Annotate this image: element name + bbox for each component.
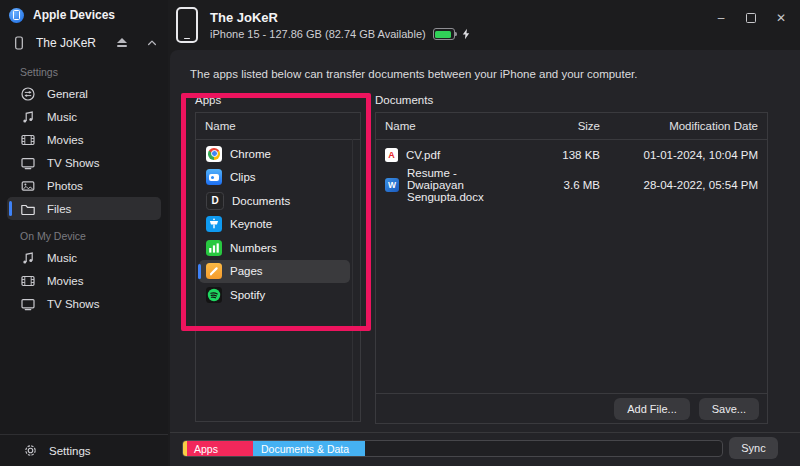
sidebar-item-movies[interactable]: Movies [7, 128, 161, 151]
chevron-up-icon[interactable] [146, 37, 158, 49]
tv-icon [20, 296, 36, 312]
device-name: The JoKeR [36, 36, 107, 50]
gear-icon [22, 443, 38, 459]
document-row-cv-pdf[interactable]: A CV.pdf 138 KB 01-01-2024, 10:04 PM [376, 140, 767, 170]
save-button[interactable]: Save... [699, 398, 759, 420]
spotify-app-icon [206, 287, 222, 303]
app-name: Pages [230, 265, 263, 277]
sidebar-item-label: Music [47, 252, 77, 264]
app-row-documents[interactable]: D Documents [199, 189, 350, 213]
sidebar-section-settings: Settings [0, 56, 168, 82]
sidebar-item-music[interactable]: Music [7, 105, 161, 128]
apps-column-header: Name [196, 113, 360, 140]
column-size: Size [515, 120, 600, 132]
file-name: CV.pdf [406, 149, 440, 161]
file-modified: 28-04-2022, 05:54 PM [600, 179, 767, 191]
maximize-icon [746, 13, 756, 23]
clips-app-icon [206, 169, 222, 185]
file-size: 3.6 MB [515, 179, 600, 191]
device-header: The JoKeR iPhone 15 - 127.86 GB (82.74 G… [176, 7, 470, 43]
charging-bolt-icon [462, 28, 470, 40]
sidebar-item-label: Files [47, 203, 71, 215]
window-controls: – ✕ [706, 8, 796, 28]
device-info-text: iPhone 15 - 127.86 GB (82.74 GB Availabl… [210, 28, 426, 40]
documents-app-icon: D [206, 192, 224, 210]
add-file-button[interactable]: Add File... [614, 398, 690, 420]
app-name: Spotify [230, 289, 265, 301]
app-title: Apple Devices [33, 8, 115, 22]
music-icon [20, 109, 36, 125]
sidebar-item-photos[interactable]: Photos [7, 174, 161, 197]
sidebar-item-label: Music [47, 111, 77, 123]
app-row-keynote[interactable]: Keynote [199, 213, 350, 237]
photos-icon [20, 178, 36, 194]
general-icon [20, 86, 36, 102]
sidebar-item-label: General [47, 88, 88, 100]
app-name: Chrome [230, 148, 271, 160]
column-modification-date: Modification Date [600, 120, 767, 132]
documents-footer: Add File... Save... [376, 393, 767, 423]
folder-icon [20, 201, 36, 217]
app-row-chrome[interactable]: Chrome [199, 142, 350, 166]
app-row-pages[interactable]: Pages [199, 260, 350, 284]
sidebar-item-device-tv-shows[interactable]: TV Shows [7, 292, 161, 315]
sidebar-item-label: TV Shows [47, 298, 99, 310]
battery-icon [433, 28, 455, 40]
device-selector[interactable]: The JoKeR [0, 30, 168, 56]
file-size: 138 KB [515, 149, 600, 161]
chrome-app-icon [206, 146, 222, 162]
documents-table: Name Size Modification Date A CV.pdf 138… [375, 112, 768, 424]
column-name: Name [376, 120, 515, 132]
storage-segment-apps: Apps [187, 441, 253, 456]
sidebar-item-label: Movies [47, 275, 83, 287]
documents-header-row: Name Size Modification Date [376, 113, 767, 140]
storage-usage-bar: Apps Documents & Data [182, 440, 723, 457]
close-button[interactable]: ✕ [766, 8, 796, 28]
bottom-divider [170, 432, 800, 433]
keynote-app-icon [206, 216, 222, 232]
description-text: The apps listed below can transfer docum… [190, 68, 637, 80]
apps-list: Name Chrome Clips D Documents [195, 112, 361, 422]
sidebar-item-label: Photos [47, 180, 83, 192]
maximize-button[interactable] [736, 8, 766, 28]
sidebar-item-general[interactable]: General [7, 82, 161, 105]
sync-button[interactable]: Sync [729, 437, 778, 459]
sidebar-item-device-music[interactable]: Music [7, 246, 161, 269]
apps-scrollbar[interactable] [352, 139, 360, 421]
file-name: Resume - Dwaipayan Sengupta.docx [407, 167, 515, 203]
content-panel: The apps listed below can transfer docum… [170, 50, 800, 466]
sidebar-nav-on-device: Music Movies TV Shows [0, 246, 168, 315]
file-modified: 01-01-2024, 10:04 PM [600, 149, 767, 161]
apps-panel-title: Apps [195, 94, 221, 106]
word-file-icon: W [385, 178, 399, 192]
app-name: Numbers [230, 242, 277, 254]
movies-icon [20, 132, 36, 148]
sidebar-item-tv-shows[interactable]: TV Shows [7, 151, 161, 174]
app-name: Clips [230, 171, 256, 183]
apple-devices-app-icon [9, 8, 24, 23]
sidebar: Apple Devices The JoKeR Settings General [0, 0, 168, 466]
sidebar-item-label: Movies [47, 134, 83, 146]
document-row-resume-docx[interactable]: W Resume - Dwaipayan Sengupta.docx 3.6 M… [376, 170, 767, 200]
main-area: The JoKeR iPhone 15 - 127.86 GB (82.74 G… [168, 0, 800, 466]
eject-icon[interactable] [116, 38, 127, 48]
pdf-file-icon: A [385, 148, 398, 163]
sidebar-item-files[interactable]: Files [7, 197, 161, 220]
sidebar-item-label: TV Shows [47, 157, 99, 169]
sidebar-item-device-movies[interactable]: Movies [7, 269, 161, 292]
app-row-spotify[interactable]: Spotify [199, 283, 350, 307]
documents-panel-title: Documents [375, 94, 433, 106]
minimize-button[interactable]: – [706, 8, 736, 28]
settings-button[interactable]: Settings [0, 434, 168, 466]
app-title-row: Apple Devices [0, 0, 168, 30]
numbers-app-icon [206, 240, 222, 256]
storage-segment-documents-data: Documents & Data [253, 441, 365, 456]
app-row-clips[interactable]: Clips [199, 166, 350, 190]
movies-icon [20, 273, 36, 289]
device-title: The JoKeR [210, 10, 470, 25]
device-info: iPhone 15 - 127.86 GB (82.74 GB Availabl… [210, 28, 470, 40]
sidebar-nav: General Music Movies TV Shows [0, 82, 168, 220]
app-row-numbers[interactable]: Numbers [199, 236, 350, 260]
app-window: Apple Devices The JoKeR Settings General [0, 0, 800, 466]
pages-app-icon [206, 263, 222, 279]
